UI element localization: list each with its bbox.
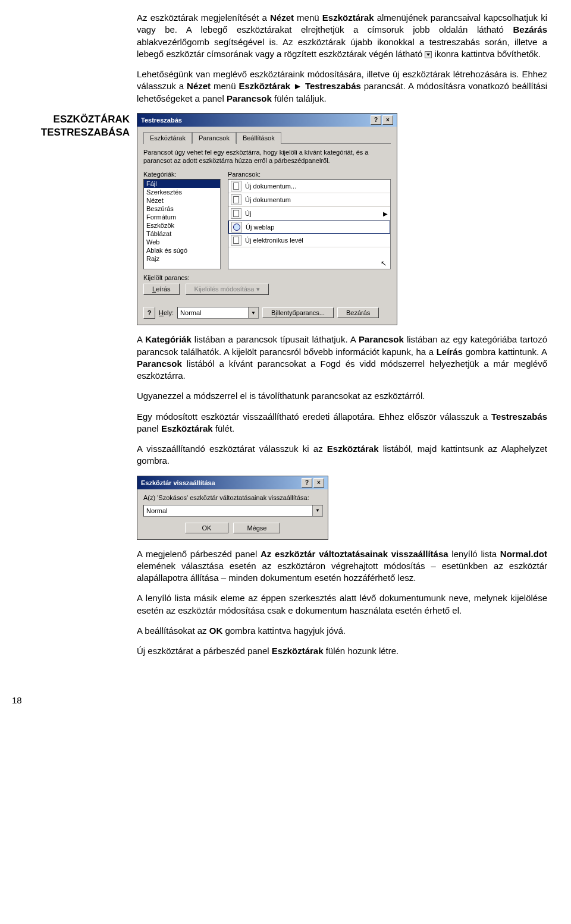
list-item[interactable]: Szerkesztés bbox=[144, 188, 220, 196]
section-heading-line1: ESZKÖZTÁRAK bbox=[24, 113, 130, 126]
command-row-selected[interactable]: Új weblap↖ bbox=[228, 221, 390, 234]
save-in-combo[interactable]: Normal ▼ bbox=[177, 307, 259, 319]
text: A visszaállítandó eszköztárat válasszuk … bbox=[137, 444, 327, 454]
list-item[interactable]: Fájl bbox=[144, 180, 220, 188]
list-item[interactable]: Formátum bbox=[144, 213, 220, 221]
document-icon bbox=[231, 208, 241, 219]
text: menü bbox=[294, 12, 322, 23]
categories-label: Kategóriák: bbox=[143, 171, 221, 178]
cursor-icon: ↖ bbox=[381, 259, 387, 268]
command-label: Új dokumentum... bbox=[245, 183, 296, 190]
reset-message: A(z) 'Szokásos' eszköztár változtatásain… bbox=[143, 494, 322, 501]
list-item[interactable]: Ablak és súgó bbox=[144, 246, 220, 254]
dropdown-arrow-icon bbox=[425, 51, 432, 58]
commands-listbox[interactable]: Új dokumentum... Új dokumentum Új▶ Új we… bbox=[228, 179, 391, 269]
document-icon bbox=[231, 235, 241, 246]
bold: Testreszabás bbox=[491, 411, 547, 422]
ok-button[interactable]: OK bbox=[185, 523, 229, 533]
text: A beállításokat az bbox=[137, 626, 209, 636]
text: fülét. bbox=[213, 423, 235, 433]
text: menü bbox=[211, 81, 239, 91]
paragraph-10: Új eszköztárat a párbeszéd panel Eszközt… bbox=[137, 645, 547, 657]
text: fülén találjuk. bbox=[272, 93, 327, 103]
document-icon bbox=[231, 181, 241, 191]
combo-value: Normal bbox=[144, 507, 312, 514]
paragraph-1: Az eszköztárak megjelenítését a Nézet me… bbox=[137, 12, 547, 60]
list-item[interactable]: Eszközök bbox=[144, 221, 220, 230]
list-item[interactable]: Beszúrás bbox=[144, 205, 220, 213]
help-button[interactable]: ? bbox=[302, 478, 312, 488]
cancel-button[interactable]: Mégse bbox=[233, 523, 280, 533]
text: Új eszköztárat a párbeszéd panel bbox=[137, 646, 272, 656]
page-number: 18 bbox=[12, 695, 571, 705]
bold: Parancsok bbox=[359, 334, 404, 344]
submenu-arrow-icon: ▶ bbox=[383, 210, 388, 217]
command-label: Új dokumentum bbox=[245, 196, 291, 203]
text: gombra kattintva hagyjuk jóvá. bbox=[222, 626, 346, 636]
close-dialog-button[interactable]: Bezárás bbox=[337, 307, 379, 318]
text: fülén hozunk létre. bbox=[324, 646, 399, 656]
document-icon bbox=[231, 194, 241, 205]
text: ikonra kattintva bővíthetők. bbox=[432, 49, 541, 59]
titlebar: Testreszabás ? × bbox=[137, 114, 397, 127]
save-in-label: Hely: bbox=[159, 309, 174, 316]
tab-commands[interactable]: Parancsok bbox=[192, 132, 236, 144]
close-button[interactable]: × bbox=[313, 478, 324, 488]
selected-command-label: Kijelölt parancs: bbox=[143, 274, 391, 281]
bold: Az eszköztár változtatásainak visszaállí… bbox=[261, 549, 448, 559]
btn-label: Kijelölés módosítása bbox=[194, 285, 255, 293]
paragraph-2: Lehetőségünk van meglévő eszköztáraink m… bbox=[137, 68, 547, 105]
paragraph-4: Ugyanezzel a módszerrel el is távolíthat… bbox=[137, 390, 547, 402]
list-item[interactable]: Rajz bbox=[144, 254, 220, 263]
paragraph-5: Egy módosított eszköztár visszaállítható… bbox=[137, 411, 547, 435]
categories-listbox[interactable]: Fájl Szerkesztés Nézet Beszúrás Formátum… bbox=[143, 179, 221, 269]
chevron-down-icon[interactable]: ▼ bbox=[248, 307, 258, 318]
dialog-title: Testreszabás bbox=[141, 117, 369, 124]
reset-toolbar-dialog: Eszköztár visszaállítása ? × A(z) 'Szoká… bbox=[137, 476, 328, 540]
bold: Nézet bbox=[187, 81, 211, 91]
list-item[interactable]: Táblázat bbox=[144, 230, 220, 238]
context-help-button[interactable]: ? bbox=[143, 307, 155, 319]
paragraph-7: A megjelenő párbeszéd panel Az eszköztár… bbox=[137, 548, 547, 584]
text: gombra kattintunk. A bbox=[463, 347, 547, 357]
close-button[interactable]: × bbox=[382, 115, 393, 125]
tab-toolbars[interactable]: Eszköztárak bbox=[143, 132, 192, 144]
bold: Eszköztárak bbox=[272, 646, 324, 656]
section-heading-line2: TESTRESZABÁSA bbox=[24, 126, 130, 139]
bold: Leírás bbox=[437, 347, 463, 357]
tab-settings[interactable]: Beállítások bbox=[236, 132, 281, 144]
command-row[interactable]: Új dokumentum... bbox=[228, 180, 390, 193]
paragraph-9: A beállításokat az OK gombra kattintva h… bbox=[137, 625, 547, 637]
description-button[interactable]: Leírás bbox=[143, 284, 180, 295]
bold: Normal.dot bbox=[500, 549, 547, 559]
modify-selection-button: Kijelölés módosítása ▾ bbox=[186, 284, 269, 295]
bold: Parancsok bbox=[227, 93, 272, 103]
text: A bbox=[137, 334, 145, 344]
help-button[interactable]: ? bbox=[371, 115, 381, 125]
titlebar: Eszköztár visszaállítása ? × bbox=[137, 476, 328, 489]
text: listából a kívánt parancsokat a Fogd és … bbox=[137, 359, 547, 381]
list-item[interactable]: Nézet bbox=[144, 196, 220, 205]
paragraph-6: A visszaállítandó eszköztárat válasszuk … bbox=[137, 443, 547, 467]
list-item[interactable]: Web bbox=[144, 238, 220, 246]
bold: Eszköztárak bbox=[322, 12, 374, 23]
hint-text: Parancsot úgy vehet fel egy eszköztárra,… bbox=[143, 149, 391, 165]
text: lenyíló lista bbox=[448, 549, 500, 559]
keyboard-button[interactable]: Billentyűparancs... bbox=[262, 307, 334, 318]
dialog-title: Eszköztár visszaállítása bbox=[141, 479, 300, 486]
command-label: Új weblap bbox=[246, 224, 274, 231]
paragraph-8: A lenyíló lista másik eleme az éppen sze… bbox=[137, 592, 547, 617]
chevron-down-icon[interactable]: ▼ bbox=[312, 505, 322, 516]
bold: Eszköztárak bbox=[327, 444, 379, 454]
paragraph-3: A Kategóriák listában a parancsok típusa… bbox=[137, 334, 547, 382]
command-row[interactable]: Új▶ bbox=[228, 207, 390, 221]
command-label: Új elektronikus levél bbox=[245, 237, 303, 244]
bold: Kategóriák bbox=[145, 334, 192, 344]
command-row[interactable]: Új elektronikus levél bbox=[228, 234, 390, 247]
reset-scope-combo[interactable]: Normal ▼ bbox=[143, 505, 323, 517]
command-row[interactable]: Új dokumentum bbox=[228, 193, 390, 207]
bold: Nézet bbox=[270, 12, 294, 23]
text: panel bbox=[137, 423, 161, 433]
combo-value: Normal bbox=[178, 309, 248, 316]
bold: Eszköztárak bbox=[161, 423, 213, 433]
